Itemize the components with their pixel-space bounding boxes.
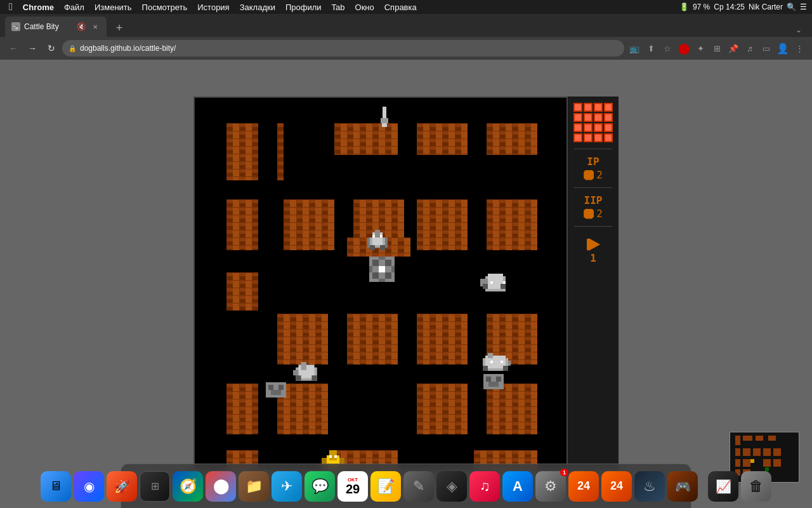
player2-label: IIP	[584, 194, 603, 206]
brick-block	[277, 123, 284, 180]
dock-game[interactable]: 🎮	[667, 471, 698, 502]
menu-profiles[interactable]: Профили	[282, 0, 325, 14]
svg-rect-2	[375, 230, 380, 237]
hud-panel: IP 2 IIP 2	[568, 97, 619, 471]
brick-block	[284, 199, 334, 250]
menu-history[interactable]: История	[193, 0, 233, 14]
hud-separator	[574, 226, 612, 227]
dock-music[interactable]: ♫	[469, 471, 500, 502]
svg-rect-25	[501, 284, 506, 289]
brick-block	[417, 199, 468, 250]
player2-score: 2	[596, 208, 603, 220]
brick-block	[334, 123, 398, 155]
svg-rect-3	[367, 237, 370, 248]
dock-siri[interactable]: ◉	[74, 471, 104, 502]
player2-score-row: 2	[584, 208, 603, 220]
dock-script-editor[interactable]: ✎	[403, 471, 434, 502]
browser-chrome: 🐄 Cattle Bity 🔇 ✕ + ⌄ ← → ↻ 🔒 dogballs.g…	[0, 14, 812, 60]
adblocker-icon[interactable]: ⬤	[676, 41, 691, 56]
back-button[interactable]: ←	[5, 40, 22, 57]
menu-search-icon[interactable]: 🔍	[787, 3, 796, 11]
life-icon	[594, 133, 603, 142]
dock-launchpad[interactable]: 🚀	[107, 471, 137, 502]
svg-rect-7	[372, 235, 375, 237]
forward-button[interactable]: →	[24, 40, 41, 57]
dock-finder[interactable]: 🖥	[41, 471, 71, 502]
svg-rect-5	[370, 245, 375, 250]
flag-indicator: 1	[587, 238, 600, 264]
life-icon	[584, 103, 593, 112]
dock-mission-control[interactable]: ⊞	[140, 471, 170, 502]
dock-masked[interactable]: ◈	[436, 471, 467, 502]
brick-block	[277, 314, 328, 364]
life-icon	[604, 133, 613, 142]
share-icon[interactable]: ⬆	[643, 41, 658, 56]
player1-score: 2	[596, 169, 603, 181]
svg-rect-42	[490, 361, 493, 363]
media-icon[interactable]: ♬	[742, 41, 757, 56]
menu-chrome[interactable]: Chrome	[19, 0, 58, 14]
dock-chrome[interactable]: ⬤	[206, 471, 236, 502]
menu-control-icon[interactable]: ☰	[800, 3, 807, 11]
address-bar: ← → ↻ 🔒 dogballs.github.io/cattle-bity/ …	[0, 37, 812, 60]
dock-calendar[interactable]: ОКТ 29	[337, 471, 368, 502]
menu-tab[interactable]: Tab	[328, 0, 349, 14]
dock-safari[interactable]: 🧭	[173, 471, 203, 502]
game-wrapper: IP 2 IIP 2	[193, 97, 619, 471]
menu-file[interactable]: Файл	[60, 0, 88, 14]
game-canvas[interactable]	[193, 97, 568, 471]
dock-ads-1[interactable]: 24	[568, 471, 599, 502]
level-number: 1	[590, 252, 596, 264]
hud-separator	[574, 149, 612, 149]
dock-system-settings[interactable]: ⚙ 1	[535, 471, 566, 502]
sidebar-icon[interactable]: ▭	[759, 41, 774, 56]
menu-icon[interactable]: ⋮	[792, 41, 807, 56]
menu-help[interactable]: Справка	[381, 0, 421, 14]
active-tab[interactable]: 🐄 Cattle Bity 🔇 ✕	[5, 17, 107, 37]
tab-expand-button[interactable]: ⌄	[790, 23, 807, 37]
life-icon	[573, 103, 582, 112]
dock-whatsapp[interactable]: 💬	[304, 471, 335, 502]
dock-app-store[interactable]: A	[502, 471, 533, 502]
menu-bookmarks[interactable]: Закладки	[236, 0, 279, 14]
svg-rect-47	[488, 382, 499, 387]
brick-block	[417, 384, 468, 434]
svg-rect-35	[271, 390, 281, 395]
menu-user: Nik Carter	[749, 3, 783, 11]
extension-icon[interactable]: ✦	[693, 41, 708, 56]
svg-rect-4	[385, 237, 388, 248]
brick-block	[487, 384, 537, 434]
brick-block	[226, 123, 258, 180]
refresh-button[interactable]: ↻	[43, 40, 60, 57]
menu-window[interactable]: Окно	[351, 0, 378, 14]
tab-close-icon[interactable]: ✕	[90, 22, 100, 32]
dock-telegram[interactable]: ✈	[272, 471, 302, 502]
tab-add-button[interactable]: +	[110, 19, 128, 37]
dock-finder-files[interactable]: 📁	[239, 471, 269, 502]
menu-edit[interactable]: Изменить	[91, 0, 136, 14]
apple-menu[interactable]: 	[5, 0, 16, 14]
menu-time: Ср 14:25	[714, 3, 745, 11]
cast-icon[interactable]: 📺	[627, 41, 642, 56]
dock-notes[interactable]: 📝	[370, 471, 401, 502]
profile-icon[interactable]: 👤	[775, 41, 790, 56]
menu-view[interactable]: Посмотреть	[138, 0, 192, 14]
enemy-tank-4	[480, 352, 511, 375]
life-icon	[604, 123, 613, 132]
life-icon	[594, 103, 603, 112]
dock-ads-2[interactable]: 24	[601, 471, 632, 502]
bookmark-icon[interactable]: ☆	[660, 41, 675, 56]
dock-trash[interactable]: 🗑	[741, 471, 771, 502]
tab-mute-icon[interactable]: 🔇	[77, 22, 86, 31]
life-icon	[604, 113, 613, 122]
player1-label: IP	[587, 156, 599, 168]
extension2-icon[interactable]: ⊞	[709, 41, 724, 56]
dock-stocks[interactable]: 📈	[708, 471, 738, 502]
svg-rect-40	[483, 366, 488, 371]
brick-block	[226, 272, 258, 311]
dock-steam[interactable]: ♨	[634, 471, 665, 502]
url-field[interactable]: 🔒 dogballs.github.io/cattle-bity/	[62, 40, 624, 57]
svg-rect-12	[372, 272, 379, 279]
extension3-icon[interactable]: 📌	[726, 41, 741, 56]
life-icon	[573, 123, 582, 132]
